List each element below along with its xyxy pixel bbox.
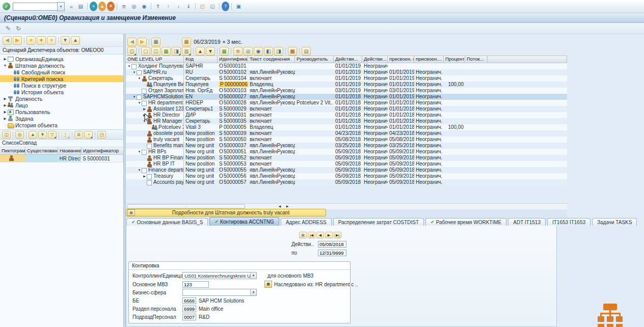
first-record-button[interactable]: |◀: [308, 232, 315, 238]
org-tree-row[interactable]: ▼SAPHCMSolutions.comENO50000027явл.Линей…: [126, 94, 567, 100]
expander-icon[interactable]: ▼: [3, 64, 8, 67]
column-header[interactable]: Поток...: [465, 56, 488, 63]
column-header[interactable]: Код: [184, 56, 218, 63]
org-tree-row[interactable]: ·Potceluev 3Vitali 3P00000005Владелец01/…: [126, 124, 567, 130]
hitlist-row[interactable]: HR Director S 50000031: [0, 155, 123, 162]
tree-item[interactable]: ▶Лицо: [0, 102, 123, 108]
expander-icon[interactable]: ▶: [3, 110, 8, 114]
nav-back-button[interactable]: ◀: [127, 38, 137, 46]
master-cost-center-field[interactable]: [182, 281, 209, 288]
tree-item[interactable]: ▶Должность: [0, 95, 123, 102]
next-page-button[interactable]: ↓: [174, 2, 183, 11]
details-grid-icon[interactable]: ▦: [127, 209, 135, 216]
collapse-tree-button[interactable]: ▼: [61, 36, 70, 45]
find-next-button[interactable]: ◉: [254, 47, 263, 56]
print-button[interactable]: ≣: [233, 47, 243, 56]
create-shortcut-button[interactable]: ◱: [208, 2, 217, 11]
expander-icon[interactable]: ▼: [137, 167, 142, 173]
print-button[interactable]: ≣: [119, 2, 128, 11]
org-tree-row[interactable]: ▼SAPHR.ruRUO50000102явл.ЛинейнРуководите…: [126, 69, 567, 75]
expander-icon[interactable]: ▶: [3, 103, 8, 107]
org-tree-row[interactable]: ▼Finance departmenNew org unitO50000055я…: [126, 167, 567, 173]
expander-icon[interactable]: ▼: [137, 149, 142, 155]
command-field[interactable]: [13, 3, 57, 11]
tree-item[interactable]: ▶Пользователь: [0, 108, 123, 115]
company-code-field[interactable]: [182, 297, 196, 304]
org-tree-row[interactable]: ·obsolete positioNew positionS50000039вк…: [126, 130, 567, 137]
tab-4[interactable]: ✔Рабочее время WORKTIME: [425, 218, 506, 226]
expander-icon[interactable]: ▼: [132, 94, 137, 100]
refresh-button[interactable]: ↻: [14, 24, 23, 33]
column-header[interactable]: Действи...: [362, 56, 388, 63]
org-tree-row[interactable]: ▼HR ManagerСекретарьS50000035включает01/…: [126, 118, 567, 124]
column-header[interactable]: Руководитель: [295, 56, 334, 63]
move-up-button[interactable]: ▲: [196, 47, 205, 56]
tree-item[interactable]: ▶ОрганизацЕдиница: [0, 56, 123, 62]
expander-icon[interactable]: ▼: [132, 69, 137, 75]
scroll-right-icon[interactable]: ▶: [284, 204, 290, 208]
expand-tree-button[interactable]: ▲: [71, 36, 80, 45]
period-overview-button[interactable]: ▦: [299, 232, 307, 238]
create-button[interactable]: ▢: [141, 47, 150, 56]
choose-columns-button[interactable]: ◫: [2, 131, 11, 139]
sort-descending-button[interactable]: ▼: [38, 131, 47, 139]
column-header[interactable]: Текст соединения: [248, 56, 295, 63]
tab-3[interactable]: Распределение затрат COSTDIST: [333, 218, 424, 226]
column-header[interactable]: Действи...: [334, 56, 362, 63]
org-tree-row[interactable]: ·Отдел ЗарплатыНов. ОргЕдO50000103явл.Ли…: [126, 88, 567, 94]
filter-button[interactable]: ▽◢: [48, 131, 57, 139]
back-button[interactable]: «: [90, 2, 97, 11]
tab-1[interactable]: ✔Контировка ACCNTNG: [209, 217, 279, 226]
valid-to-field[interactable]: [318, 250, 346, 256]
collapse-toolbar-icon[interactable]: «: [70, 4, 73, 10]
personnel-subarea-field[interactable]: [182, 314, 196, 320]
tab-6[interactable]: IT1653 IT1653: [547, 218, 591, 226]
new-session-button[interactable]: ◰: [198, 2, 207, 11]
org-tree-row[interactable]: ▼Холдинг ПоцелуеваSAPHRO5000010101/01/20…: [126, 63, 567, 69]
inheritance-icon[interactable]: ▦: [264, 281, 272, 288]
org-tree-row[interactable]: ▼HR departmentHRDEPO50000028явл.ЛинейнРу…: [126, 100, 567, 106]
delimit-button[interactable]: ▦: [162, 47, 171, 56]
column-settings-button[interactable]: ▤: [302, 47, 311, 56]
expander-icon[interactable]: ▶: [3, 117, 8, 121]
change-favorite-button[interactable]: ★: [37, 36, 46, 45]
tree-item[interactable]: ·История объекта: [0, 122, 123, 128]
search-button[interactable]: ◎: [15, 131, 24, 139]
column-header[interactable]: Идентифика...: [218, 56, 248, 63]
nav-forward-button[interactable]: ▶: [13, 36, 22, 45]
org-tree-row[interactable]: ▼HR BPsNew org unitO50000051явл.ЛинейнРу…: [126, 149, 567, 155]
org-tree-row[interactable]: ·Benefits managNew org unitO50000037явл.…: [126, 143, 567, 149]
assign-button[interactable]: ◨◢: [172, 47, 181, 56]
hitlist-column-header[interactable]: Пиктограмма: [0, 147, 25, 154]
delete-button[interactable]: ▥◢: [182, 47, 191, 56]
column-header[interactable]: ONE LEVEL UP: [126, 56, 184, 63]
cancel-button[interactable]: ✕: [107, 2, 115, 11]
tab-5[interactable]: ADT IT1513: [508, 218, 546, 226]
add-favorite-button[interactable]: ★: [26, 36, 36, 45]
find-button[interactable]: ◎: [129, 2, 139, 11]
hitlist-column-header[interactable]: Идентификатор: [82, 147, 124, 154]
previous-record-button[interactable]: ◀: [316, 232, 324, 238]
tree-item[interactable]: ·История объекта: [0, 89, 123, 95]
tree-item[interactable]: ▼Штатная должность: [0, 62, 123, 69]
business-area-combo[interactable]: ▼: [182, 289, 257, 296]
date-of-structure-button[interactable]: ▦: [182, 38, 191, 46]
save-button[interactable]: ▤: [76, 2, 85, 11]
previous-page-button[interactable]: ↑: [164, 2, 173, 11]
tree-item[interactable]: ·Поиск в структуре: [0, 82, 123, 89]
customize-layout-button[interactable]: ▣: [234, 2, 243, 11]
copy-button[interactable]: ◫: [151, 47, 160, 56]
hitlist-column-header[interactable]: Существование: [25, 147, 58, 154]
expander-icon[interactable]: ▶: [142, 173, 147, 179]
org-tree-row[interactable]: ·truly vacantNew positionS50000050включа…: [126, 137, 567, 143]
org-tree-row[interactable]: ·HR BP FinanceNew positionS50000052включ…: [126, 155, 567, 161]
staff-assignments-button[interactable]: ▦: [220, 47, 229, 56]
first-page-button[interactable]: ⇑: [153, 2, 163, 11]
next-record-button[interactable]: ▶: [325, 232, 333, 238]
last-record-button[interactable]: ▶|: [334, 232, 341, 238]
scroll-left-icon[interactable]: ◀: [277, 204, 283, 208]
tree-item[interactable]: ·Свободный поиск: [0, 69, 123, 75]
org-tree-row[interactable]: ▶HR DirectorДИРS50000031включает01/01/20…: [126, 112, 567, 118]
find-button[interactable]: ◎: [244, 47, 253, 56]
nav-back-button[interactable]: ◀: [3, 36, 12, 45]
